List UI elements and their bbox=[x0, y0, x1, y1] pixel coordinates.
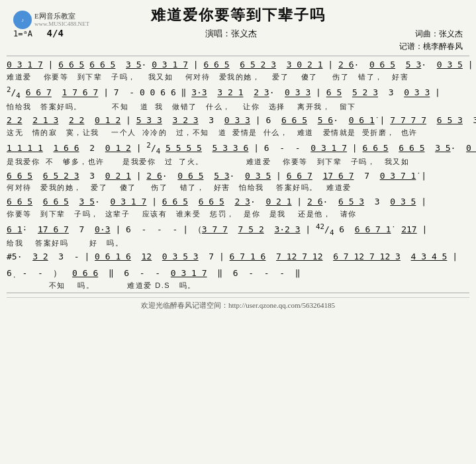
lyric-9: 不知 吗。 难道爱 D.S 吗。 bbox=[7, 281, 469, 290]
notation-9: 6̣ - - ） 0 6 6 ‖ 6 - - 0 3 1 7 ‖ 6 - - -… bbox=[7, 267, 469, 281]
key-signature: 1=ᵃA bbox=[13, 29, 32, 38]
lyric-7: 给我 答案好吗 好 吗。 bbox=[7, 238, 469, 248]
score-line-5: 6 6 5 6 5 2 3 3 0 2 1 | 2 6· 0 6 5 5 3· … bbox=[7, 169, 469, 193]
time-signature: 4/4 bbox=[47, 28, 64, 38]
notation-2: 2/4 6 6 7 1 7 6 7 | 7 - 0 0 6 6 ‖ 3·3 3 … bbox=[7, 84, 469, 101]
logo-name: E网音乐教室 bbox=[34, 12, 89, 21]
score-line-1: 0 3 1 7 | 6 6 5 6 6 5 3 5· 0 3 1 7 | 6 6… bbox=[7, 58, 469, 81]
score-line-6: 6 6 5 6 6 5 3 5· 0 3 1 7 | 6 6 5 6 6 5 2… bbox=[7, 195, 469, 218]
logo-text: E网音乐教室 www.MUSIC488.NET bbox=[34, 12, 89, 28]
footer-divider bbox=[7, 293, 469, 293]
lyric-1: 难道爱 你要等 到下辈 子吗， 我又如 何对待 爱我的她， 爱了 傻了 伤了 错… bbox=[7, 72, 469, 81]
meta-row: 1=ᵃA 4/4 演唱：张义杰 词曲：张义杰 记谱：桃李醉春风 bbox=[7, 28, 469, 53]
notation-7: 6 1̇· 1̇7 6 7 7 0·3 | 6 - - - | （3 7 7 7… bbox=[7, 221, 469, 238]
credits: 词曲：张义杰 记谱：桃李醉春风 bbox=[399, 28, 463, 53]
score-line-4: 1 1 1 1 1 6 6 2 0 1 2 | 2/4 5 5 5 5 5 3 … bbox=[7, 140, 469, 167]
lyricist: 词曲：张义杰 bbox=[399, 28, 463, 40]
notation-1: 0 3 1 7 | 6 6 5 6 6 5 3 5· 0 3 1 7 | 6 6… bbox=[7, 58, 469, 72]
score-line-8: #5· 3 2 3 - | 0 6 1 6 1̇2 0 3 5 3 7 | 6 … bbox=[7, 250, 469, 264]
footer: 欢迎光临醉春风记谱空间：http://user.qzone.qq.com/563… bbox=[7, 297, 469, 310]
notation-5: 6 6 5 6 5 2 3 3 0 2 1 | 2 6· 0 6 5 5 3· … bbox=[7, 169, 469, 183]
score-line-2: 2/4 6 6 7 1 7 6 7 | 7 - 0 0 6 6 ‖ 3·3 3 … bbox=[7, 84, 469, 111]
divider bbox=[7, 56, 469, 56]
singer-info: 演唱：张义杰 bbox=[205, 28, 257, 40]
lyric-2: 怕给我 答案好吗。 不知 道 我 做错了 什么， 让你 选择 离开我， 留下 bbox=[7, 102, 469, 111]
notation-4: 1 1 1 1 1 6 6 2 0 1 2 | 2/4 5 5 5 5 5 3 … bbox=[7, 140, 469, 157]
lyric-3: 这无 情的寂 寞，让我 一个人 冷冷的 过，不知 道 爱情是 什么， 难道 爱情… bbox=[7, 128, 469, 137]
notation-6: 6 6 5 6 6 5 3 5· 0 3 1 7 | 6 6 5 6 6 5 2… bbox=[7, 195, 469, 209]
notation-8: #5· 3 2 3 - | 0 6 1 6 1̇2 0 3 5 3 7 | 6 … bbox=[7, 250, 469, 264]
score-container: 0 3 1 7 | 6 6 5 6 6 5 3 5· 0 3 1 7 | 6 6… bbox=[7, 58, 469, 290]
transcriber: 记谱：桃李醉春风 bbox=[399, 40, 463, 53]
score-line-9: 6̣ - - ） 0 6 6 ‖ 6 - - 0 3 1 7 ‖ 6 - - -… bbox=[7, 267, 469, 290]
logo-icon: ♪ bbox=[13, 11, 32, 29]
lyric-5: 何对待 爱我的她， 爱了 傻了 伤了 错了， 好害 怕给我 答案好吗。 难道爱 bbox=[7, 183, 469, 192]
logo-area: ♪ E网音乐教室 www.MUSIC488.NET bbox=[13, 11, 89, 29]
key-time: 1=ᵃA 4/4 bbox=[13, 28, 64, 38]
logo-sub: www.MUSIC488.NET bbox=[34, 21, 89, 28]
lyric-4: 是我爱你 不 够多，也许 是我爱你 过 了火。 难道爱 你要等 到下辈 子吗， … bbox=[7, 157, 469, 166]
lyric-6: 你要等 到下辈 子吗， 这辈子 应该有 谁来受 惩罚， 是你 是我 还是他， 请… bbox=[7, 209, 469, 218]
notation-3: 2 2 2 1 3 2 2 0 1 2 | 5 3 3 3 2 3 3 0 3 … bbox=[7, 114, 469, 128]
score-line-3: 2 2 2 1 3 2 2 0 1 2 | 5 3 3 3 2 3 3 0 3 … bbox=[7, 114, 469, 137]
score-line-7: 6 1̇· 1̇7 6 7 7 0·3 | 6 - - - | （3 7 7 7… bbox=[7, 221, 469, 248]
